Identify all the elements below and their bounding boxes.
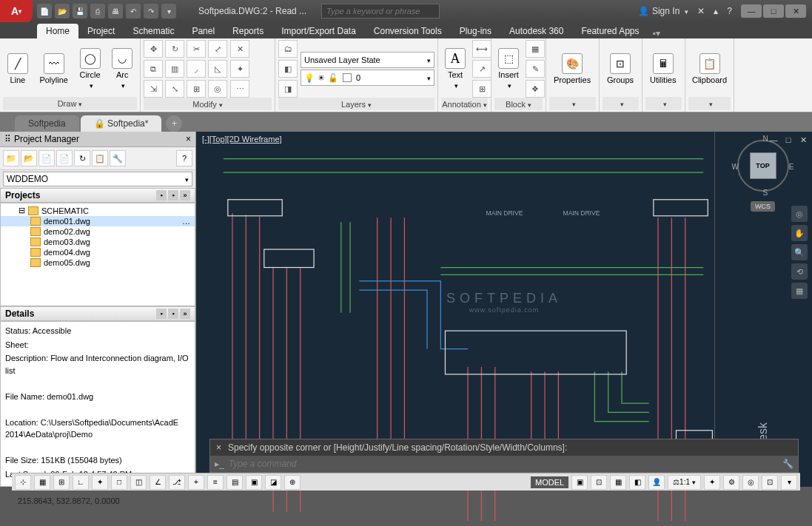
doc-tab-2[interactable]: 🔒 Softpedia* xyxy=(81,115,162,132)
sb-model-button[interactable]: MODEL xyxy=(531,476,568,488)
pm-help-icon[interactable]: ? xyxy=(176,150,192,166)
projects-section-header[interactable]: Projects ▪▪» xyxy=(0,188,195,203)
circle-button[interactable]: ◯Circle xyxy=(76,45,105,92)
edit-block-icon[interactable]: ✎ xyxy=(526,60,545,78)
attr-icon[interactable]: ❖ xyxy=(526,80,545,98)
stretch-icon[interactable]: ⇲ xyxy=(144,80,163,98)
sb-otrack-icon[interactable]: ∠ xyxy=(150,475,166,490)
rotate-icon[interactable]: ↻ xyxy=(165,40,184,58)
sb-r1-icon[interactable]: ▣ xyxy=(571,475,588,490)
tree-file[interactable]: demo03.dwg xyxy=(1,237,195,247)
layer-btn3-icon[interactable]: ◨ xyxy=(278,80,298,98)
coordinate-readout[interactable]: 215.8643, 532.8872, 0.0000 xyxy=(18,496,120,505)
leader-icon[interactable]: ↗ xyxy=(472,60,491,78)
nav-zoom-icon[interactable]: 🔍 xyxy=(791,244,808,260)
panel-annotation-label[interactable]: Annotation xyxy=(441,98,488,110)
tree-file[interactable]: demo05.dwg xyxy=(1,257,195,268)
cmd-custom-icon[interactable]: 🔧 xyxy=(782,459,793,469)
qat-dropdown-icon[interactable]: ▾ xyxy=(161,4,176,18)
sb-r4-icon[interactable]: ◧ xyxy=(629,475,645,490)
text-button[interactable]: AText xyxy=(441,45,469,92)
nav-orbit-icon[interactable]: ⟲ xyxy=(791,263,808,280)
sb-sc-icon[interactable]: ◪ xyxy=(265,475,281,490)
panel-clipboard-label[interactable] xyxy=(688,97,731,110)
details-section-header[interactable]: Details ▪▪» xyxy=(0,306,195,321)
sec-collapse-icon[interactable]: » xyxy=(180,190,190,200)
qat-plot-icon[interactable]: 🖶 xyxy=(108,4,123,18)
layer-state-dropdown[interactable]: Unsaved Layer State xyxy=(301,52,434,68)
det-tool2-icon[interactable]: ▪ xyxy=(168,308,178,319)
create-block-icon[interactable]: ▦ xyxy=(526,40,545,58)
project-tree[interactable]: ⊟SCHEMATIC demo01.dwg… demo02.dwg demo03… xyxy=(0,203,195,306)
qat-new-icon[interactable]: 📄 xyxy=(37,4,52,18)
fillet-icon[interactable]: ◞ xyxy=(187,60,206,78)
compass-e[interactable]: E xyxy=(789,163,794,171)
chm-icon[interactable]: ◺ xyxy=(208,60,227,78)
ext-icon[interactable]: ⤢ xyxy=(208,40,227,58)
offset-icon[interactable]: ◎ xyxy=(208,80,227,98)
doc-tab-1[interactable]: Softpedia xyxy=(15,115,79,132)
insert-button[interactable]: ⬚Insert xyxy=(494,45,523,92)
panel-layers-label[interactable]: Layers xyxy=(278,98,434,110)
sb-3dosnap-icon[interactable]: ◫ xyxy=(130,475,147,490)
wcs-badge[interactable]: WCS xyxy=(751,201,775,212)
panel-utilities-label[interactable] xyxy=(645,97,682,110)
qat-redo-icon[interactable]: ↷ xyxy=(144,4,158,18)
drawing-canvas[interactable]: [-][Top][2D Wireframe] — □ ✕ xyxy=(196,132,812,487)
utilities-button[interactable]: 🖩Utilities xyxy=(645,50,680,87)
tab-project[interactable]: Project xyxy=(78,24,124,38)
qat-undo-icon[interactable]: ↶ xyxy=(126,4,141,18)
tab-autodesk360[interactable]: Autodesk 360 xyxy=(500,24,572,38)
sb-r3-icon[interactable]: ▦ xyxy=(610,475,626,490)
view-cube[interactable]: N E S W TOP xyxy=(734,136,793,195)
compass-s[interactable]: S xyxy=(763,189,768,197)
cloud-icon[interactable]: ▴ xyxy=(714,6,718,16)
tabs-more-icon[interactable]: ▪▾ xyxy=(653,28,660,38)
layer-btn2-icon[interactable]: ◧ xyxy=(278,60,298,78)
det-tool1-icon[interactable]: ▪ xyxy=(156,308,167,319)
pm-open-icon[interactable]: 📂 xyxy=(21,150,37,166)
cmd-close-icon[interactable]: × xyxy=(216,442,228,453)
panel-draw-label[interactable]: Draw xyxy=(3,97,137,110)
layer-current-dropdown[interactable]: 💡 ☀ 🔓 0 xyxy=(301,70,434,86)
explode-icon[interactable]: ✦ xyxy=(230,60,249,78)
properties-button[interactable]: 🎨Properties xyxy=(549,50,595,87)
sb-lwt-icon[interactable]: ≡ xyxy=(207,475,224,490)
app-icon[interactable]: A▾ xyxy=(0,0,33,22)
clipboard-button[interactable]: 📋Clipboard xyxy=(688,50,731,87)
help-icon[interactable]: ? xyxy=(727,6,732,16)
groups-button[interactable]: ⊡Groups xyxy=(603,50,638,87)
pm-new-icon[interactable]: 📁 xyxy=(3,150,19,166)
help-search-input[interactable] xyxy=(321,4,440,18)
sb-am-icon[interactable]: ⊕ xyxy=(284,475,301,490)
sb-r8-icon[interactable]: ⚙ xyxy=(723,475,739,490)
grip-icon[interactable]: ⠿ xyxy=(4,134,11,144)
qat-open-icon[interactable]: 📂 xyxy=(55,4,70,18)
line-button[interactable]: ╱Line xyxy=(3,50,33,87)
tab-panel[interactable]: Panel xyxy=(183,24,224,38)
pm-close-icon[interactable]: × xyxy=(186,134,191,144)
tree-file[interactable]: demo01.dwg… xyxy=(1,216,195,226)
sb-grid-icon[interactable]: ⊞ xyxy=(53,475,70,490)
table-icon[interactable]: ⊞ xyxy=(472,80,491,98)
sb-r5-icon[interactable]: 👤 xyxy=(648,475,665,490)
panel-groups-label[interactable] xyxy=(603,97,639,110)
mirror-icon[interactable]: ▥ xyxy=(165,60,184,78)
doc-maximize-icon[interactable]: □ xyxy=(782,135,794,145)
sb-scale-button[interactable]: ⚖1:1 xyxy=(668,475,701,490)
sb-dyn-icon[interactable]: + xyxy=(188,475,204,490)
sb-polar-icon[interactable]: ✦ xyxy=(92,475,108,490)
tree-file[interactable]: demo02.dwg xyxy=(1,226,195,237)
minimize-button[interactable]: — xyxy=(741,4,762,18)
pm-tb7-icon[interactable]: 🔧 xyxy=(110,150,126,166)
sb-qp-icon[interactable]: ▣ xyxy=(246,475,262,490)
panel-properties-label[interactable] xyxy=(549,97,596,110)
project-dropdown[interactable]: WDDEMO xyxy=(3,172,192,186)
tab-home[interactable]: Home xyxy=(37,24,78,38)
arc-button[interactable]: ◡Arc xyxy=(107,45,137,92)
exchange-icon[interactable]: ✕ xyxy=(697,6,705,16)
pm-refresh-icon[interactable]: ↻ xyxy=(74,150,90,166)
sb-r9-icon[interactable]: ◎ xyxy=(742,475,759,490)
panel-modify-label[interactable]: Modify xyxy=(144,98,272,110)
more-mod-icon[interactable]: ⋯ xyxy=(230,80,249,98)
